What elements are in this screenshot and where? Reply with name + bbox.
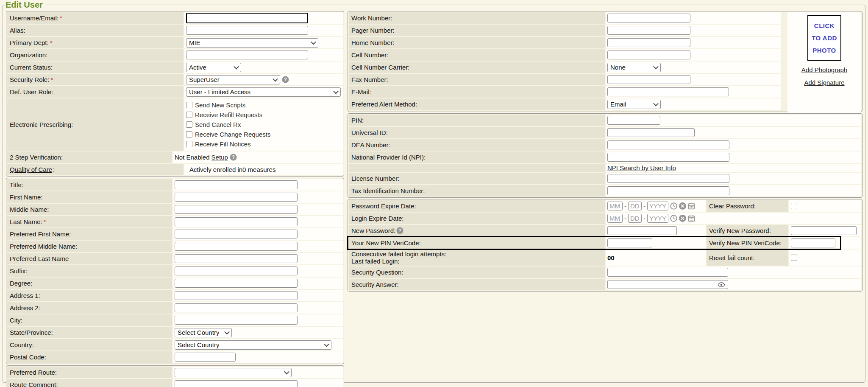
label-cell: Preferred Middle Name: (7, 241, 172, 252)
login-expire-dd-input[interactable] (628, 214, 642, 223)
colon: : (53, 166, 55, 173)
alias-input[interactable] (186, 26, 308, 35)
organization-label: Organization: (10, 51, 47, 59)
primary-dept-select[interactable]: MIE (186, 38, 318, 48)
clock-icon[interactable] (670, 202, 677, 210)
clear-date-icon[interactable] (679, 215, 686, 222)
verify-password-input[interactable] (791, 226, 857, 235)
label-cell: Username/Email:* (7, 12, 184, 24)
new-password-input[interactable] (607, 226, 677, 235)
first-name-input[interactable] (175, 193, 298, 202)
login-expire-label: Login Expire Date: (351, 215, 403, 222)
reset-fail-checkbox[interactable] (791, 255, 797, 261)
value-cell (606, 49, 781, 61)
state-select[interactable]: Select Country (175, 328, 232, 337)
address2-input[interactable] (175, 303, 298, 312)
value-cell: Not Enabled Setup ? (173, 151, 343, 163)
security-role-label: Security Role: (10, 76, 49, 83)
current-status-select[interactable]: Active (186, 63, 241, 72)
value-cell (173, 302, 343, 314)
password-expire-mm-input[interactable] (607, 202, 623, 210)
preferred-last-name-label: Preferred Last Name (10, 255, 69, 262)
label-cell: Cell Number: (349, 49, 605, 61)
organization-row: Organization: (7, 49, 343, 61)
universal-id-input[interactable] (607, 128, 695, 137)
clock-icon[interactable] (670, 215, 677, 222)
organization-input[interactable] (186, 50, 308, 59)
preferred-last-name-input[interactable] (175, 254, 298, 263)
npi-input[interactable] (607, 153, 729, 162)
clear-date-icon[interactable] (679, 202, 686, 210)
dea-number-input[interactable] (607, 140, 729, 149)
page-title: Edit User (5, 0, 45, 10)
title-input[interactable] (175, 180, 298, 189)
dea-number-label: DEA Number: (351, 141, 390, 149)
login-expire-mm-input[interactable] (607, 214, 623, 223)
pager-number-input[interactable] (607, 26, 690, 35)
alert-method-select[interactable]: Email (607, 100, 661, 109)
postal-code-label: Postal Code: (10, 353, 46, 361)
receive-fill-notices-checkbox[interactable] (186, 141, 192, 147)
label-cell: Postal Code: (7, 351, 172, 363)
show-password-eye-icon[interactable] (718, 282, 725, 287)
send-new-scripts-checkbox[interactable] (186, 102, 192, 108)
license-number-input[interactable] (607, 174, 729, 183)
fax-number-input[interactable] (607, 75, 690, 84)
email-input[interactable] (607, 87, 729, 96)
value-cell: Select Country (173, 339, 343, 351)
two-step-setup-link[interactable]: Setup (211, 154, 228, 161)
help-icon[interactable]: ? (282, 76, 289, 83)
suffix-input[interactable] (175, 266, 298, 275)
help-icon[interactable]: ? (230, 154, 237, 161)
clear-password-checkbox[interactable] (791, 203, 797, 209)
security-role-select[interactable]: SuperUser (186, 75, 280, 84)
value-cell (173, 179, 343, 191)
label-cell: National Provider Id (NPI): (349, 151, 605, 163)
receive-refill-requests-checkbox[interactable] (186, 112, 192, 118)
middle-name-input[interactable] (175, 205, 298, 214)
country-select[interactable]: Select Country (175, 340, 331, 350)
username-input[interactable] (186, 13, 308, 23)
password-expire-yyyy-input[interactable] (647, 202, 668, 210)
label-cell: Fax Number: (349, 74, 605, 85)
degree-input[interactable] (175, 279, 298, 288)
address1-input[interactable] (175, 291, 298, 300)
eprx-option: Receive Change Requests (186, 129, 270, 139)
cell-number-input[interactable] (607, 50, 690, 59)
label-cell: Security Answer: (349, 279, 605, 290)
work-number-input[interactable] (607, 14, 690, 22)
value-cell (606, 25, 781, 36)
pin-input[interactable] (607, 116, 660, 125)
calendar-icon[interactable] (688, 202, 695, 210)
help-icon[interactable]: ? (396, 227, 403, 234)
preferred-middle-name-input[interactable] (175, 242, 298, 251)
preferred-first-name-input[interactable] (175, 230, 298, 238)
add-photo-placeholder[interactable]: CLICK TO ADD PHOTO (807, 15, 841, 61)
add-signature-link[interactable]: Add Signature (804, 79, 844, 86)
security-question-input[interactable] (607, 268, 728, 277)
cell-carrier-select[interactable]: None (607, 63, 661, 72)
npi-search-row: NPI Search by User Info (349, 164, 861, 172)
route-comment-input[interactable] (175, 380, 298, 387)
npi-search-link[interactable]: NPI Search by User Info (607, 164, 676, 171)
login-expire-yyyy-input[interactable] (647, 214, 668, 223)
home-number-input[interactable] (607, 38, 690, 47)
password-expire-dd-input[interactable] (628, 202, 642, 210)
add-photograph-link[interactable]: Add Photograph (801, 66, 847, 73)
postal-code-input[interactable] (175, 353, 236, 362)
quality-of-care-link[interactable]: Quality of Care (10, 166, 52, 173)
city-input[interactable] (175, 316, 298, 325)
eprescribing-label: Electronic Prescribing: (10, 121, 73, 128)
send-cancel-rx-checkbox[interactable] (186, 121, 192, 128)
preferred-route-select[interactable] (175, 368, 292, 377)
pin-vericode-input[interactable] (607, 238, 652, 247)
failed-attempts-value: 00 (607, 254, 615, 261)
security-answer-input[interactable] (607, 280, 728, 289)
verify-vericode-input[interactable] (791, 238, 835, 247)
last-name-input[interactable] (175, 217, 298, 226)
def-user-role-select[interactable]: User - Limited Access (186, 87, 341, 97)
calendar-icon[interactable] (688, 215, 695, 222)
receive-change-requests-checkbox[interactable] (186, 131, 192, 137)
tax-id-row: Tax Identification Number: (349, 185, 861, 196)
tax-id-input[interactable] (607, 186, 729, 195)
